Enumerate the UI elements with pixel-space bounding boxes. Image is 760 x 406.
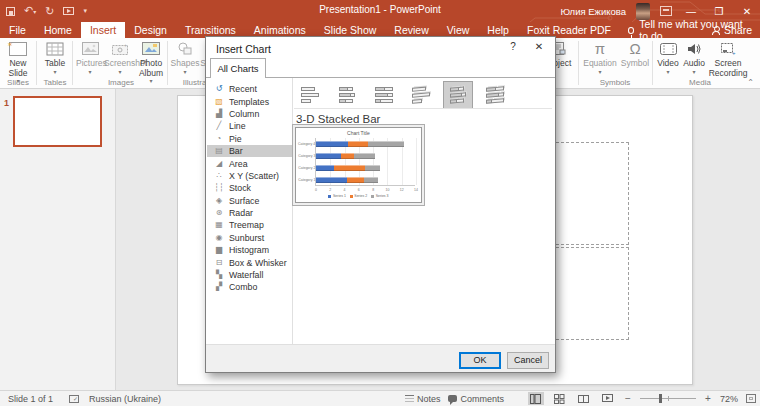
group-label-images: Images <box>76 78 166 87</box>
pictures-icon <box>76 40 104 57</box>
notes-toggle[interactable]: Notes <box>405 394 441 404</box>
tab-design[interactable]: Design <box>125 22 176 38</box>
clustered-3d-bar-icon <box>412 86 430 104</box>
slide-show-icon <box>602 394 613 404</box>
zoom-out-button[interactable]: − <box>624 393 632 404</box>
stock-chart-icon: ┆┆ <box>214 183 224 193</box>
chart-category-treemap[interactable]: ▦Treemap <box>207 219 292 231</box>
chart-category-histogram[interactable]: ▆Histogram <box>207 244 292 256</box>
spell-check-icon[interactable] <box>69 394 79 403</box>
cancel-button[interactable]: Cancel <box>507 352 549 369</box>
subtype-clustered-bar[interactable] <box>295 81 325 109</box>
chart-category-area[interactable]: ◢Area <box>207 157 292 169</box>
chart-category-sunburst[interactable]: ◉Sunburst <box>207 232 292 244</box>
percent-2d-bar-icon <box>375 87 393 103</box>
tab-all-charts[interactable]: All Charts <box>210 58 266 78</box>
chart-category-pie[interactable]: ◔Pie <box>207 133 292 145</box>
chart-preview-plot: 02468101214Category 4Category 3Category … <box>315 138 415 186</box>
collapse-ribbon-icon[interactable]: ⌃ <box>747 78 754 87</box>
slide-thumbnail[interactable] <box>13 96 102 147</box>
audio-button[interactable]: Audio▾ <box>682 40 706 75</box>
clustered-2d-bar-icon <box>301 87 319 103</box>
content-placeholder[interactable] <box>546 247 629 340</box>
stacked-3d-bar-icon <box>450 86 466 103</box>
user-avatar[interactable] <box>636 3 650 20</box>
subtype-3-d-clustered-bar[interactable] <box>406 81 436 109</box>
screen-recording-icon: + <box>706 40 750 57</box>
preview-bar-row: Category 2 <box>316 165 380 171</box>
zoom-level[interactable]: 72% <box>720 394 738 404</box>
dialog-footer: OK Cancel <box>206 344 555 372</box>
tab-file[interactable]: File <box>0 22 35 38</box>
chart-preview-title: Chart Title <box>296 130 421 136</box>
fit-slide-to-window-icon[interactable] <box>746 394 756 403</box>
radar-chart-icon: ⊛ <box>214 208 224 218</box>
slide-thumbnail-panel: 1 <box>0 89 116 390</box>
shapes-icon <box>170 40 200 57</box>
column-chart-icon: ▟ <box>214 109 224 119</box>
chart-category-combo[interactable]: ▞Combo <box>207 281 292 293</box>
chart-preview[interactable]: Chart Title 02468101214Category 4Categor… <box>295 127 422 203</box>
waterfall-chart-icon: ▚ <box>214 270 224 280</box>
ok-button[interactable]: OK <box>459 352 501 369</box>
close-button[interactable]: ✕ <box>738 6 756 17</box>
screenshot-button[interactable]: + Screenshot▾ <box>104 40 136 75</box>
zoom-slider[interactable] <box>640 398 696 399</box>
chart-category-x-y-scatter[interactable]: ∴X Y (Scatter) <box>207 170 292 182</box>
subtype-3-d-100-stacked-bar[interactable] <box>480 81 510 109</box>
chart-category-box-whisker[interactable]: ⊟Box & Whisker <box>207 256 292 268</box>
user-name[interactable]: Юлия Ежикова <box>560 6 626 17</box>
chart-category-stock[interactable]: ┆┆Stock <box>207 182 292 194</box>
chart-category-surface[interactable]: ◈Surface <box>207 195 292 207</box>
dialog-help-button[interactable]: ? <box>505 41 521 52</box>
zoom-in-button[interactable]: + <box>704 393 712 404</box>
stacked-2d-bar-icon <box>339 87 355 103</box>
templates-icon: ▧ <box>214 97 224 107</box>
subtype-stacked-bar[interactable] <box>332 81 362 109</box>
subtype-3-d-stacked-bar[interactable] <box>443 81 473 109</box>
percent-3d-bar-icon <box>486 86 504 104</box>
chart-category-waterfall[interactable]: ▚Waterfall <box>207 269 292 281</box>
symbol-button[interactable]: Ω Symbol <box>620 40 650 69</box>
svg-text:+: + <box>124 43 127 48</box>
minimize-button[interactable]: — <box>682 6 700 17</box>
reading-view-button[interactable] <box>576 392 592 405</box>
sunburst-chart-icon: ◉ <box>214 233 224 243</box>
ribbon-display-options-icon[interactable] <box>660 6 672 16</box>
video-button[interactable]: Video▾ <box>655 40 681 75</box>
language-indicator[interactable]: Russian (Ukraine) <box>89 394 161 404</box>
subtype-100-stacked-bar[interactable] <box>369 81 399 109</box>
treemap-chart-icon: ▦ <box>214 220 224 230</box>
restore-button[interactable]: ❐ <box>710 6 728 17</box>
symbol-icon: Ω <box>620 40 650 57</box>
preview-bar-row: Category 1 <box>316 177 378 183</box>
pictures-button[interactable]: Pictures▾ <box>76 40 104 75</box>
shapes-button[interactable]: Shapes▾ <box>170 40 200 75</box>
comments-icon <box>448 395 457 402</box>
tab-insert[interactable]: Insert <box>81 22 125 38</box>
chart-category-line[interactable]: ╱Line <box>207 120 292 132</box>
content-placeholder[interactable] <box>546 142 629 245</box>
insert-chart-dialog: Insert Chart ? ✕ All Charts ↺Recent▧Temp… <box>205 36 556 373</box>
notes-icon <box>405 395 414 403</box>
equation-button[interactable]: π Equation▾ <box>580 40 620 75</box>
chart-category-bar[interactable]: ▤Bar <box>207 145 292 157</box>
zoom-slider-thumb[interactable] <box>659 394 662 403</box>
combo-chart-icon: ▞ <box>214 282 224 292</box>
share-button[interactable]: Share <box>712 22 752 38</box>
slide-sorter-view-button[interactable] <box>552 392 568 405</box>
chart-category-column[interactable]: ▟Column <box>207 108 292 120</box>
chart-category-radar[interactable]: ⊛Radar <box>207 207 292 219</box>
screenshot-icon: + <box>104 40 136 57</box>
dialog-title: Insert Chart <box>216 43 271 55</box>
group-label-media: Media <box>660 78 740 87</box>
normal-view-button[interactable] <box>528 392 544 405</box>
tab-home[interactable]: Home <box>35 22 81 38</box>
chart-category-recent[interactable]: ↺Recent <box>207 83 292 95</box>
chart-category-templates[interactable]: ▧Templates <box>207 95 292 107</box>
dialog-close-button[interactable]: ✕ <box>531 41 547 52</box>
screen-recording-button[interactable]: + Screen Recording <box>706 40 750 78</box>
table-button[interactable]: Table▾ <box>40 40 70 75</box>
comments-toggle[interactable]: Comments <box>448 394 504 404</box>
slide-show-view-button[interactable] <box>600 392 616 405</box>
